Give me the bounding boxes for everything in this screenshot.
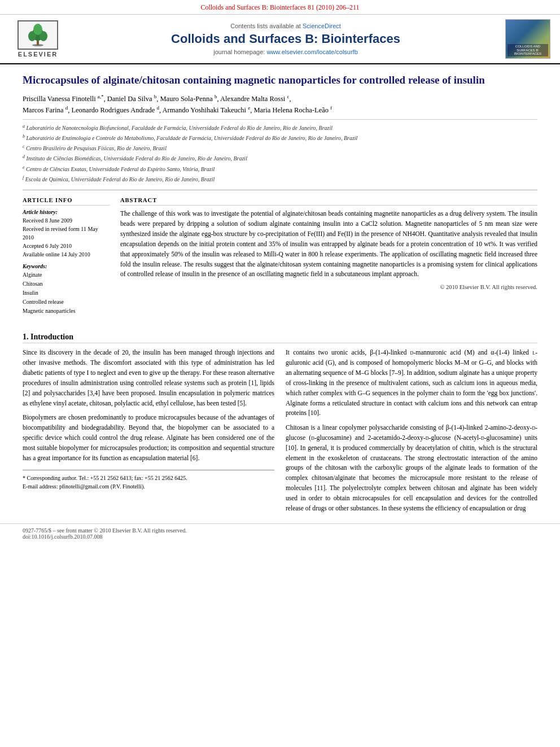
article-info-heading: ARTICLE INFO xyxy=(23,197,110,206)
intro-col-left: Since its discovery in the decade of 20,… xyxy=(23,348,274,518)
received-revised-date: Received in revised form 11 May 2010 xyxy=(23,225,110,242)
elsevier-tree-svg xyxy=(22,24,54,46)
available-date: Available online 14 July 2010 xyxy=(23,250,110,259)
introduction-heading: 1. Introduction xyxy=(23,333,537,343)
keyword-magnetic-nanoparticles: Magnetic nanoparticles xyxy=(23,307,110,316)
paper-title: Microcapsules of alginate/chitosan conta… xyxy=(23,73,537,88)
authors-text: Priscilla Vanessa Finotelli a,*, Daniel … xyxy=(23,95,291,103)
journal-cover-area: COLLOIDS AND SURFACES B: BIOINTERFACES xyxy=(502,19,553,59)
article-info-abstract: ARTICLE INFO Article history: Received 8… xyxy=(23,190,537,316)
journal-citation-bar: Colloids and Surfaces B: Biointerfaces 8… xyxy=(0,0,560,15)
elsevier-logo: ELSEVIER xyxy=(18,20,58,58)
footer-doi: doi:10.1016/j.colsurfb.2010.07.008 xyxy=(23,534,537,540)
keywords-label: Keywords: xyxy=(23,263,110,269)
journal-title-area: Contents lists available at ScienceDirec… xyxy=(69,19,502,59)
elsevier-tree-logo xyxy=(18,20,58,50)
footer-issn: 0927-7765/$ – see front matter © 2010 El… xyxy=(23,527,537,534)
keyword-alginate: Alginate xyxy=(23,270,110,279)
accepted-date: Accepted 6 July 2010 xyxy=(23,242,110,250)
introduction-columns: Since its discovery in the decade of 20,… xyxy=(23,348,537,518)
intro-para-4: Chitosan is a linear copolymer polysacch… xyxy=(286,423,537,513)
affiliation-c: c Centro Brasileiro de Pesquisas Físicas… xyxy=(23,143,537,153)
copyright-line: © 2010 Elsevier B.V. All rights reserved… xyxy=(120,284,537,290)
affiliation-a: a Laboratório de Nanotecnologia Biofunci… xyxy=(23,123,537,133)
journal-title: Colloids and Surfaces B: Biointerfaces xyxy=(171,32,400,46)
intro-para-3: It contains two uronic acids, β-(1-4)-li… xyxy=(286,348,537,418)
keyword-controlled-release: Controlled release xyxy=(23,298,110,307)
elsevier-logo-area: ELSEVIER xyxy=(7,19,69,59)
intro-col-right: It contains two uronic acids, β-(1-4)-li… xyxy=(286,348,537,518)
journal-header: ELSEVIER Contents lists available at Sci… xyxy=(0,15,560,64)
svg-point-5 xyxy=(33,24,42,35)
email-note: E-mail address: pfinotelli@gmail.com (P.… xyxy=(23,482,274,491)
abstract-panel: ABSTRACT The challenge of this work was … xyxy=(120,197,537,316)
affiliation-f: f Escola de Química, Universidade Federa… xyxy=(23,174,537,184)
keyword-insulin: Insulin xyxy=(23,289,110,298)
article-history-label: Article history: xyxy=(23,209,110,215)
main-body: 1. Introduction Since its discovery in t… xyxy=(0,333,560,518)
affiliation-b: b Laboratório de Enzimologia e Controle … xyxy=(23,133,537,143)
journal-homepage: journal homepage: www.elsevier.com/locat… xyxy=(213,49,358,55)
article-history-content: Received 8 June 2009 Received in revised… xyxy=(23,216,110,259)
abstract-text: The challenge of this work was to invest… xyxy=(120,209,537,279)
intro-para-2: Biopolymers are chosen predominantly to … xyxy=(23,413,274,463)
received-date: Received 8 June 2009 xyxy=(23,216,110,225)
journal-cover-image: COLLOIDS AND SURFACES B: BIOINTERFACES xyxy=(505,19,550,59)
authors-line: Priscilla Vanessa Finotelli a,*, Daniel … xyxy=(23,93,537,116)
journal-citation: Colloids and Surfaces B: Biointerfaces 8… xyxy=(200,3,359,11)
elsevier-wordmark: ELSEVIER xyxy=(18,51,58,58)
intro-para-1: Since its discovery in the decade of 20,… xyxy=(23,348,274,408)
sciencedirect-link[interactable]: ScienceDirect xyxy=(303,23,341,29)
keywords-content: Alginate Chitosan Insulin Controlled rel… xyxy=(23,270,110,316)
article-info-panel: ARTICLE INFO Article history: Received 8… xyxy=(23,197,110,316)
sciencedirect-line: Contents lists available at ScienceDirec… xyxy=(230,23,341,29)
footnote-section: * Corresponding author. Tel.: +55 21 256… xyxy=(23,470,274,491)
paper-container: Microcapsules of alginate/chitosan conta… xyxy=(0,64,560,325)
journal-url[interactable]: www.elsevier.com/locate/colsurfb xyxy=(266,49,357,55)
footer-bar: 0927-7765/$ – see front matter © 2010 El… xyxy=(0,523,560,543)
abstract-heading: ABSTRACT xyxy=(120,197,537,206)
corresponding-author-note: * Corresponding author. Tel.: +55 21 256… xyxy=(23,474,274,482)
affiliations: a Laboratório de Nanotecnologia Biofunci… xyxy=(23,119,537,185)
journal-cover-label: COLLOIDS AND SURFACES B: BIOINTERFACES xyxy=(508,44,548,56)
authors-text-2: Marcos Farina d, Leonardo Rodrigues Andr… xyxy=(23,106,332,114)
affiliation-d: d Instituto de Ciências Biomédicas, Univ… xyxy=(23,154,537,163)
affiliation-e: e Centro de Ciências Exatas, Universidad… xyxy=(23,164,537,174)
keyword-chitosan: Chitosan xyxy=(23,279,110,289)
